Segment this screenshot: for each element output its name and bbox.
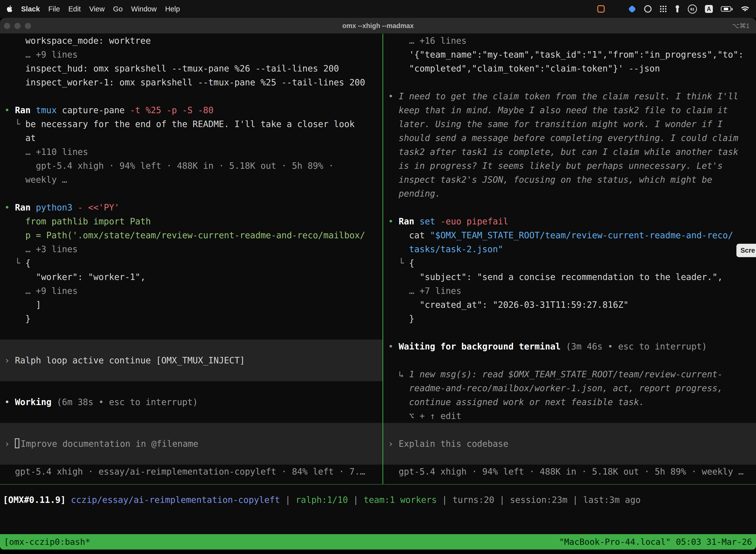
apple-menu-icon[interactable] xyxy=(6,5,13,13)
terminal-line: … +110 lines xyxy=(0,145,382,159)
terminal-line: '{"team_name":"my-team","task_id":"1","f… xyxy=(383,48,756,62)
terminal-line: later. Using the same for transition mig… xyxy=(383,117,756,131)
terminal-line: └ { xyxy=(0,256,382,270)
terminal-line: "subject": "send a concise recommendatio… xyxy=(383,270,756,284)
right-pane[interactable]: … +16 lines '{"team_name":"my-team","tas… xyxy=(383,34,756,484)
terminal-line: … +9 lines xyxy=(0,284,382,298)
terminal-line xyxy=(0,340,382,353)
dark-circle-icon[interactable] xyxy=(644,5,651,13)
terminal-line: • Waiting for background terminal (3m 46… xyxy=(383,340,756,353)
terminal-line: › Improve documentation in @filename xyxy=(0,437,382,451)
terminal-line: … +7 lines xyxy=(383,284,756,298)
left-pane[interactable]: workspace_mode: worktree … +9 lines insp… xyxy=(0,34,382,484)
window-title: omx --xhigh --madmax xyxy=(0,18,756,34)
terminal-line: "completed","claim_token":"claim-token"}… xyxy=(383,62,756,75)
tmux-host-clock-label: "MacBook-Pro-44.local" 05:03 31-Mar-26 xyxy=(559,537,752,547)
battery-gauge-icon[interactable]: 61 xyxy=(688,4,697,14)
text-cursor xyxy=(15,438,19,448)
battery-icon[interactable] xyxy=(721,6,731,12)
terminal-line xyxy=(383,326,756,340)
terminal-line: "worker": "worker-1", xyxy=(0,270,382,284)
terminal-line: is in progress? It seems likely but perh… xyxy=(383,159,756,173)
terminal-window: omx --xhigh --madmax ⌥⌘1 workspace_mode:… xyxy=(0,18,756,550)
terminal-line: └ { xyxy=(383,256,756,270)
terminal-line: › Explain this codebase xyxy=(383,437,756,451)
terminal-line xyxy=(0,187,382,201)
menu-bar-status-area: 61 A xyxy=(597,4,750,14)
terminal-line: › Ralph loop active continue [OMX_TMUX_I… xyxy=(0,353,382,367)
terminal-line xyxy=(0,367,382,381)
window-grid-icon[interactable] xyxy=(613,5,620,13)
menu-item-file[interactable]: File xyxy=(48,5,60,13)
terminal-line: } xyxy=(383,312,756,326)
terminal-line xyxy=(0,423,382,437)
dots-grid-icon[interactable] xyxy=(659,5,667,13)
terminal-line: "created_at": "2026-03-31T11:59:27.816Z" xyxy=(383,298,756,312)
terminal-line: inspect task2's JSON, focusing on the st… xyxy=(383,173,756,187)
menu-item-go[interactable]: Go xyxy=(113,5,123,13)
terminal-line: } xyxy=(0,312,382,326)
terminal-line: keep that in mind. Maybe I also need the… xyxy=(383,103,756,117)
input-source-icon[interactable]: A xyxy=(705,5,713,13)
terminal-line xyxy=(0,451,382,465)
terminal-line: should send a message before completing … xyxy=(383,131,756,145)
screen: Slack FileEditViewGoWindowHelp 61 A xyxy=(0,0,756,554)
terminal-line xyxy=(383,75,756,89)
terminal-content: workspace_mode: worktree … +9 lines insp… xyxy=(0,34,756,534)
terminal-line xyxy=(0,409,382,423)
terminal-line: gpt-5.4 xhigh · essay/ai-reimplementatio… xyxy=(0,465,382,479)
terminal-line xyxy=(0,381,382,395)
terminal-line xyxy=(383,423,756,437)
terminal-line xyxy=(383,451,756,465)
terminal-line xyxy=(383,353,756,367)
terminal-line: task2 after task1 is complete, but can I… xyxy=(383,145,756,159)
window-shortcut-hint: ⌥⌘1 xyxy=(732,18,750,34)
terminal-line: workspace_mode: worktree xyxy=(0,34,382,48)
terminal-line: tasks/task-2.json" xyxy=(383,242,756,256)
keyhole-icon[interactable] xyxy=(675,5,680,13)
omx-status-line: [OMX#0.11.9] cczip/essay/ai-reimplementa… xyxy=(0,493,756,507)
tmux-session-window-label[interactable]: [omx-cczip0:bash* xyxy=(4,537,90,547)
terminal-line: inspect_hud: omx sparkshell --tmux-pane … xyxy=(0,62,382,75)
menu-app-name[interactable]: Slack xyxy=(21,5,40,13)
terminal-line: … +9 lines xyxy=(0,48,382,62)
tmux-status-bar: [omx-cczip0:bash* "MacBook-Pro-44.local"… xyxy=(0,534,756,550)
terminal-line: weekly … xyxy=(0,173,382,187)
terminal-line: … +16 lines xyxy=(383,34,756,48)
pane-horizontal-border xyxy=(0,484,756,485)
terminal-line: • Ran tmux capture-pane -t %25 -p -S -80 xyxy=(0,103,382,117)
terminal-line: … +3 lines xyxy=(0,242,382,256)
terminal-line: gpt-5.4 xhigh · 94% left · 488K in · 5.1… xyxy=(0,159,382,173)
terminal-line: pending. xyxy=(383,187,756,201)
terminal-line: ] xyxy=(0,298,382,312)
screen-share-overlay: Scre xyxy=(737,244,756,257)
terminal-line: • Working (6m 38s • esc to interrupt) xyxy=(0,395,382,409)
screen-recording-icon[interactable] xyxy=(597,5,605,13)
terminal-line: gpt-5.4 xhigh · 94% left · 488K in · 5.1… xyxy=(383,465,756,479)
terminal-line: at xyxy=(0,131,382,145)
menu-items: FileEditViewGoWindowHelp xyxy=(48,5,180,13)
terminal-line: └ be necessary for the end of the README… xyxy=(0,117,382,131)
terminal-line: readme-and-reco/mailbox/worker-1.json, a… xyxy=(383,381,756,395)
menu-item-window[interactable]: Window xyxy=(131,5,157,13)
wifi-icon[interactable] xyxy=(741,5,750,12)
title-bar: omx --xhigh --madmax ⌥⌘1 xyxy=(0,18,756,34)
terminal-line: • I need to get the claim token from the… xyxy=(383,89,756,103)
terminal-line xyxy=(383,201,756,214)
menu-item-edit[interactable]: Edit xyxy=(68,5,81,13)
terminal-line: ↳ 1 new msg(s): read $OMX_TEAM_STATE_ROO… xyxy=(383,367,756,381)
terminal-line xyxy=(0,89,382,103)
terminal-line: p = Path('.omx/state/team/review-current… xyxy=(0,228,382,242)
terminal-line: • Ran python3 - <<'PY' xyxy=(0,201,382,214)
terminal-line xyxy=(0,326,382,340)
menu-bar-left: Slack FileEditViewGoWindowHelp xyxy=(6,5,180,13)
raycast-icon[interactable] xyxy=(628,6,636,12)
terminal-line: • Ran set -euo pipefail xyxy=(383,214,756,228)
menu-item-view[interactable]: View xyxy=(89,5,105,13)
terminal-line: ⌥ + ↑ edit xyxy=(383,409,756,423)
terminal-line: cat "$OMX_TEAM_STATE_ROOT/team/review-cu… xyxy=(383,228,756,242)
menu-item-help[interactable]: Help xyxy=(165,5,180,13)
menu-bar: Slack FileEditViewGoWindowHelp 61 A xyxy=(0,0,756,18)
terminal-line: inspect_worker-1: omx sparkshell --tmux-… xyxy=(0,75,382,89)
terminal-line: continue assigned work or next feasible … xyxy=(383,395,756,409)
